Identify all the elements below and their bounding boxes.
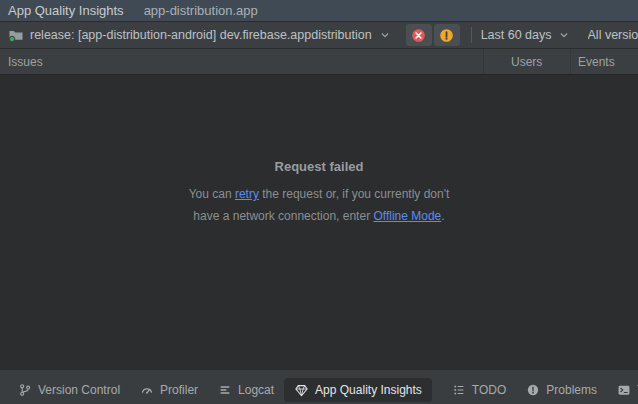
error-line-2: have a network connection, enter Offline…: [0, 205, 638, 227]
tool-window-tab-terminal[interactable]: Terminal: [607, 378, 638, 402]
error-text: .: [441, 209, 444, 223]
tool-window-tab-profiler[interactable]: Profiler: [130, 378, 208, 402]
offline-mode-link[interactable]: Offline Mode: [373, 209, 441, 223]
gem-icon: [294, 383, 309, 398]
log-lines-icon: [218, 383, 232, 397]
non-fatal-filter-toggle[interactable]: [434, 24, 460, 46]
time-range-label: Last 60 days: [481, 28, 552, 42]
tool-window-bar: Version Control Profiler Logcat: [0, 369, 638, 404]
column-header-users: Users: [484, 55, 570, 69]
tool-window-header: App Quality Insights app-distribution.ap…: [0, 0, 638, 22]
retry-link[interactable]: retry: [235, 187, 259, 201]
gauge-icon: [140, 383, 154, 397]
version-filter-label: All versions: [588, 28, 638, 42]
version-filter-dropdown[interactable]: All versions: [588, 24, 638, 46]
tab-label: Version Control: [38, 383, 120, 397]
checklist-icon: [452, 383, 466, 397]
error-title: Request failed: [0, 159, 638, 174]
toolbar-separator: [471, 27, 472, 43]
tool-window-tab-problems[interactable]: Problems: [516, 378, 607, 402]
page-title: App Quality Insights: [8, 3, 124, 18]
fatal-filter-toggle[interactable]: [406, 24, 432, 46]
error-circle-icon: [526, 383, 540, 397]
tool-window-tab-version-control[interactable]: Version Control: [8, 378, 130, 402]
tool-window-tab-todo[interactable]: TODO: [442, 378, 516, 402]
error-line-1: You can retry the request or, if you cur…: [0, 183, 638, 205]
tab-label: TODO: [472, 383, 506, 397]
release-selector[interactable]: release: [app-distribution-android] dev.…: [6, 24, 394, 46]
non-fatal-warning-icon: [439, 28, 454, 43]
issues-list-area: Request failed You can retry the request…: [0, 75, 638, 369]
issues-table-header: Issues Users Events: [0, 49, 638, 75]
error-text: have a network connection, enter: [193, 209, 373, 223]
chevron-down-icon: [557, 28, 571, 42]
tab-label: Problems: [546, 383, 597, 397]
error-text: the request or, if you currently don't: [259, 187, 449, 201]
tab-label: App Quality Insights: [315, 383, 422, 397]
release-selector-label: release: [app-distribution-android] dev.…: [30, 28, 372, 42]
module-folder-icon: [8, 27, 24, 43]
tool-window-tab-app-quality-insights[interactable]: App Quality Insights: [284, 378, 432, 402]
error-text: You can: [189, 187, 235, 201]
tab-label: Profiler: [160, 383, 198, 397]
severity-filter-toggles: [406, 24, 460, 46]
column-header-events: Events: [571, 55, 638, 69]
fatal-crash-icon: [411, 28, 426, 43]
tab-label: Logcat: [238, 383, 274, 397]
request-failed-message: Request failed You can retry the request…: [0, 159, 638, 227]
chevron-down-icon: [378, 28, 392, 42]
terminal-icon: [617, 383, 631, 397]
git-branch-icon: [18, 383, 32, 397]
app-quality-insights-panel: App Quality Insights app-distribution.ap…: [0, 0, 638, 404]
tab-app-distribution[interactable]: app-distribution.app: [144, 3, 258, 18]
tool-window-tab-logcat[interactable]: Logcat: [208, 378, 284, 402]
aqi-toolbar: release: [app-distribution-android] dev.…: [0, 22, 638, 49]
column-header-issues: Issues: [0, 55, 483, 69]
time-range-dropdown[interactable]: Last 60 days: [481, 24, 571, 46]
